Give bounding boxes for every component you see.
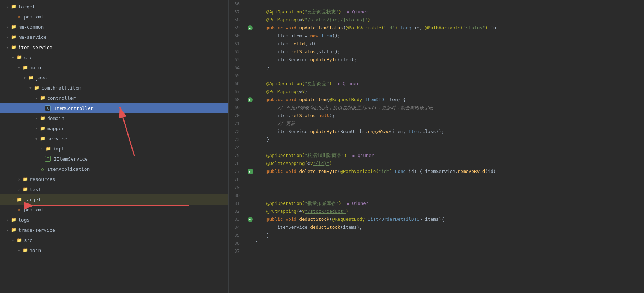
tree-item-test[interactable]: 📁 test [0,184,228,194]
tree-item-resources[interactable]: 📁 resources [0,174,228,184]
gutter-56 [246,0,254,8]
tree-arrow-src [10,55,16,60]
gutter-75 [246,152,254,160]
gutter-78 [246,176,254,183]
line-num-67: 67 [229,88,242,96]
tree-label-service: service [47,136,67,141]
xml-icon-pom1: m [16,13,23,20]
annotation-57: @ApiOperation( [256,8,305,16]
tree-item-main[interactable]: 📁 main [0,62,228,73]
gutter-59[interactable]: ▶ [246,24,254,32]
tree-item-main2[interactable]: 📁 main [0,245,228,255]
line-num-61: 61 [229,40,242,48]
run-icon-77[interactable]: ▶ [248,169,253,174]
code-area: 56 57 58 59 60 61 62 63 64 65 66 67 68 6… [229,0,644,293]
tree-item-java[interactable]: 📁 java [0,73,228,83]
folder-icon-hm-service: 📁 [10,34,17,40]
tree-item-domain[interactable]: 📁 domain [0,113,228,123]
code-line-57: @ApiOperation("更新商品状态") ▪ Qiuner [256,8,644,16]
tree-arrow-item-service [4,45,10,50]
tree-item-mapper[interactable]: 📁 mapper [0,123,228,133]
tree-arrow-test [16,187,22,192]
tree-label-hm-service: hm-service [18,34,46,40]
tree-item-pom2[interactable]: m pom.xml [0,205,228,215]
gutter-64 [246,64,254,72]
tree-arrow-main [16,65,22,70]
folder-icon-trade-service: 📁 [10,227,17,233]
tree-item-target[interactable]: 📁 target [0,1,228,12]
gutter-77[interactable]: ▶ [246,168,254,176]
folder-icon-logs: 📁 [10,216,17,223]
gutter-58 [246,16,254,24]
tree-item-src[interactable]: 📁 src [0,52,228,62]
line-num-63: 63 [229,56,242,64]
java-class-icon-ItemController: C [45,105,51,111]
run-icon-59[interactable]: ▶ [248,25,253,30]
run-icon-68[interactable]: ▶ [248,97,253,102]
line-num-78: 78 [229,176,242,183]
tree-arrow-logs [4,217,10,223]
tree-label-hm-common: hm-common [18,24,44,30]
code-line-79 [256,183,644,191]
code-editor: 56 57 58 59 60 61 62 63 64 65 66 67 68 6… [229,0,644,293]
tree-item-trade-service[interactable]: 📁 trade-service [0,225,228,235]
code-line-76: @DeleteMapping(⊕∨"{id}") [256,160,644,168]
tree-item-ItemController[interactable]: C ItemController [0,103,228,113]
tree-item-service[interactable]: 📁 service [0,133,228,144]
gutter-83[interactable]: ▶ [246,215,254,223]
folder-icon-resources: 📁 [22,176,28,182]
gutter: ▶ ▶ ▶ [246,0,254,293]
tree-item-src2[interactable]: 📁 src [0,235,228,245]
tree-label-test: test [30,187,41,192]
tree-item-target2[interactable]: 📁 target [0,194,228,205]
gutter-67 [246,88,254,96]
tree-arrow-service [33,136,39,141]
gutter-74 [246,144,254,152]
folder-icon-service: 📁 [39,135,46,142]
gutter-73 [246,136,254,144]
tree-label-src2: src [24,238,32,243]
code-line-77: public void deleteItemById(@PathVariable… [256,168,644,176]
folder-icon-mapper: 📁 [39,125,46,132]
code-content[interactable]: @ApiOperation("更新商品状态") ▪ Qiuner @PutMap… [254,0,644,293]
tree-item-pom1[interactable]: m pom.xml [0,12,228,22]
gutter-86 [246,239,254,247]
code-line-71: // 更新 [256,120,644,128]
gutter-84 [246,223,254,231]
line-num-74: 74 [229,144,242,152]
code-line-72: itemService.updateById(BeanUtils.copyBea… [256,128,644,136]
folder-icon-java: 📁 [28,74,34,81]
tree-item-com-hmall-item[interactable]: 📁 com.hmall.item [0,83,228,93]
tree-arrow-mapper [33,126,39,131]
gutter-60 [246,32,254,40]
tree-item-logs[interactable]: 📁 logs [0,215,228,225]
tree-item-IItemService[interactable]: I IItemService [0,154,228,164]
line-num-66: 66 [229,80,242,88]
tree-item-impl[interactable]: 📁 impl [0,144,228,154]
run-icon-83[interactable]: ▶ [248,217,253,222]
tree-label-logs: logs [18,217,29,223]
line-num-86: 86 [229,239,242,247]
tree-item-controller[interactable]: 📁 controller [0,93,228,103]
url-58: "/status/{id}/{status}" [305,16,367,24]
gutter-71 [246,120,254,128]
tree-item-hm-service[interactable]: 📁 hm-service [0,32,228,42]
tree-item-item-service[interactable]: 📁 item-service [0,42,228,52]
line-num-82: 82 [229,207,242,215]
code-line-75: @ApiOperation("根据id删除商品") ▪ Qiuner [256,152,644,160]
tree-label-ItemApplication: ItemApplication [47,166,90,172]
gutter-68[interactable]: ▶ [246,96,254,104]
line-num-69: 69 [229,104,242,112]
gutter-57 [246,8,254,16]
tree-arrow-domain [33,116,39,121]
line-num-84: 84 [229,223,242,231]
line-num-81: 81 [229,199,242,207]
folder-icon-item-service: 📁 [10,44,17,50]
line-num-57: 57 [229,8,242,16]
tree-item-ItemApplication[interactable]: ✿ ItemApplication [0,164,228,174]
gutter-87 [246,247,254,255]
tree-arrow-impl [39,146,45,152]
tree-item-hm-common[interactable]: 📁 hm-common [0,22,228,32]
tree-arrow-src2 [10,238,16,243]
code-line-85: } [256,231,644,239]
